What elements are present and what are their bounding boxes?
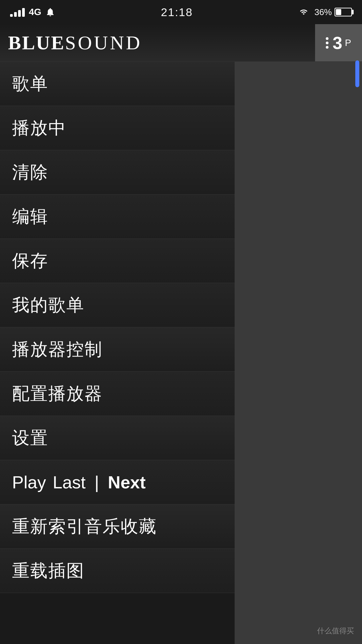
status-right: 36% bbox=[298, 7, 352, 17]
player-button[interactable]: 3 P bbox=[315, 24, 362, 61]
menu-item-configplayer[interactable]: 配置播放器 bbox=[0, 372, 235, 416]
battery-container: 36% bbox=[314, 7, 352, 17]
notification-bell-icon bbox=[45, 7, 55, 17]
wifi-icon bbox=[298, 8, 309, 16]
menu-item-playercontrol-label: 播放器控制 bbox=[12, 338, 103, 361]
app-header: BLUESOUND 3 P bbox=[0, 24, 362, 62]
last-label: Last bbox=[53, 472, 85, 492]
battery-icon bbox=[335, 8, 352, 16]
menu-item-myplaylist-label: 我的歌单 bbox=[12, 293, 84, 317]
menu-item-save-label: 保存 bbox=[12, 249, 48, 273]
signal-bar-1 bbox=[10, 14, 13, 17]
menu-item-reloadart[interactable]: 重载插图 bbox=[0, 549, 235, 593]
battery-percent-label: 36% bbox=[314, 7, 332, 17]
main-menu: 歌单 播放中 清除 编辑 保存 我的歌单 播放器控制 配置播放器 设置 Play… bbox=[0, 62, 235, 644]
dots-menu-icon bbox=[326, 37, 328, 49]
dot-2 bbox=[326, 42, 328, 44]
menu-item-reloadart-label: 重载插图 bbox=[12, 559, 84, 583]
play-label: Play bbox=[12, 472, 46, 492]
signal-bar-3 bbox=[18, 10, 21, 17]
player-icon: 3 bbox=[333, 33, 342, 53]
status-time: 21:18 bbox=[161, 6, 193, 19]
scroll-indicator[interactable] bbox=[355, 60, 359, 87]
menu-item-nowplaying-label: 播放中 bbox=[12, 116, 66, 140]
app-logo: BLUESOUND bbox=[0, 32, 150, 54]
menu-item-nowplaying[interactable]: 播放中 bbox=[0, 106, 235, 150]
menu-item-settings-label: 设置 bbox=[12, 426, 48, 450]
menu-item-reindex-label: 重新索引音乐收藏 bbox=[12, 515, 157, 538]
menu-item-save[interactable]: 保存 bbox=[0, 239, 235, 283]
menu-item-configplayer-label: 配置播放器 bbox=[12, 382, 103, 406]
player-label-text: P bbox=[345, 38, 351, 48]
menu-item-playlist-label: 歌单 bbox=[12, 72, 48, 96]
signal-bar-2 bbox=[14, 12, 17, 17]
signal-bar-4 bbox=[22, 8, 25, 17]
play-nav-group: Play Last | Next bbox=[12, 472, 146, 492]
menu-item-clear-label: 清除 bbox=[12, 161, 48, 184]
logo-sound: SOUND bbox=[65, 32, 142, 54]
status-left: 4G bbox=[10, 7, 55, 17]
right-panel bbox=[235, 62, 362, 644]
menu-item-edit-label: 编辑 bbox=[12, 205, 48, 228]
menu-item-settings[interactable]: 设置 bbox=[0, 416, 235, 460]
menu-item-clear[interactable]: 清除 bbox=[0, 150, 235, 195]
menu-item-playnav[interactable]: Play Last | Next bbox=[0, 460, 235, 504]
nav-separator: | bbox=[89, 472, 104, 492]
logo-blue: BLUE bbox=[8, 32, 65, 54]
menu-item-reindex[interactable]: 重新索引音乐收藏 bbox=[0, 504, 235, 549]
battery-fill bbox=[336, 9, 341, 15]
menu-item-myplaylist[interactable]: 我的歌单 bbox=[0, 283, 235, 327]
dot-1 bbox=[326, 37, 328, 40]
menu-item-playlist[interactable]: 歌单 bbox=[0, 62, 235, 106]
next-label: Next bbox=[108, 472, 146, 492]
menu-item-edit[interactable]: 编辑 bbox=[0, 195, 235, 239]
dot-3 bbox=[326, 46, 328, 49]
menu-item-playercontrol[interactable]: 播放器控制 bbox=[0, 327, 235, 372]
watermark: 什么值得买 bbox=[317, 626, 354, 636]
carrier-label: 4G bbox=[29, 7, 41, 17]
logo-text: BLUESOUND bbox=[8, 32, 142, 54]
signal-bars-icon bbox=[10, 7, 25, 17]
status-bar: 4G 21:18 36% bbox=[0, 0, 362, 24]
